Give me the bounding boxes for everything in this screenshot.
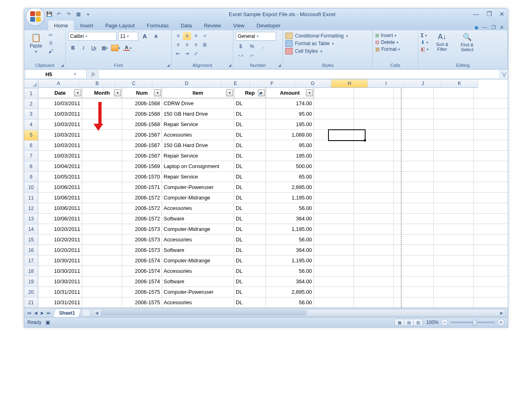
cell[interactable]: Computer-Poweruser: [162, 182, 234, 193]
alignment-launcher-icon[interactable]: ◢: [229, 63, 231, 67]
column-header-K[interactable]: K: [441, 79, 478, 88]
cell[interactable]: 10/05/2011: [38, 172, 82, 182]
doc-minimize-button[interactable]: —: [482, 25, 487, 30]
hscroll-left-icon[interactable]: ◀: [94, 309, 100, 316]
row-header[interactable]: 4: [24, 120, 38, 130]
cell[interactable]: [314, 266, 354, 276]
column-header-E[interactable]: E: [221, 79, 250, 88]
cell[interactable]: DL: [234, 276, 266, 287]
name-box-dropdown-icon[interactable]: ▾: [72, 72, 79, 76]
cell[interactable]: [434, 109, 474, 119]
cell[interactable]: [314, 235, 354, 245]
row-header[interactable]: 3: [24, 109, 38, 120]
currency-button[interactable]: $: [236, 42, 245, 50]
cell[interactable]: [314, 172, 354, 182]
cell[interactable]: [82, 193, 122, 203]
format-painter-icon[interactable]: 🖌: [48, 48, 54, 54]
column-header-J[interactable]: J: [405, 79, 441, 88]
cell[interactable]: 10/03/2011: [38, 151, 82, 161]
cell[interactable]: [394, 235, 434, 245]
filter-dropdown-icon[interactable]: ▾: [226, 89, 233, 96]
paste-button[interactable]: 📋 Paste ▾: [27, 32, 45, 54]
format-cells-button[interactable]: ▦Format ▾: [375, 46, 416, 52]
horizontal-scrollbar[interactable]: ◀ ▶: [93, 309, 505, 316]
cell[interactable]: 364.00: [266, 276, 314, 287]
cell[interactable]: Accessories: [162, 130, 234, 140]
cell[interactable]: 195.00: [266, 119, 314, 130]
cell[interactable]: 10/20/2011: [38, 235, 82, 245]
cell[interactable]: [434, 266, 474, 276]
autosum-button[interactable]: Σ▾: [421, 33, 428, 38]
tab-review[interactable]: Review: [198, 21, 227, 30]
cell[interactable]: [354, 276, 394, 287]
row-header[interactable]: 10: [24, 183, 38, 193]
cell[interactable]: [394, 266, 434, 276]
filter-dropdown-icon[interactable]: ▾: [258, 89, 265, 96]
cell[interactable]: [434, 235, 474, 245]
cell[interactable]: [474, 203, 508, 214]
tab-developer[interactable]: Developer: [251, 21, 286, 30]
cell[interactable]: [354, 203, 394, 214]
cell[interactable]: [82, 182, 122, 193]
row-header[interactable]: 8: [24, 162, 38, 172]
zoom-slider[interactable]: [451, 322, 495, 323]
indent-inc-button[interactable]: ⇥: [183, 50, 191, 58]
filter-dropdown-icon[interactable]: ▾: [114, 89, 121, 96]
cell[interactable]: [314, 182, 354, 193]
cell[interactable]: 10/30/2011: [38, 276, 82, 287]
grow-font-button[interactable]: A: [140, 32, 150, 40]
qat-undo-icon[interactable]: ↶: [55, 10, 63, 18]
column-header-A[interactable]: A: [38, 79, 79, 88]
cell[interactable]: 1,195.00: [266, 193, 314, 203]
cell[interactable]: [474, 119, 508, 130]
decrease-decimal-button[interactable]: ·⁰⁻: [247, 52, 257, 60]
filter-dropdown-icon[interactable]: ▾: [306, 89, 313, 96]
tab-next-icon[interactable]: ▶: [39, 311, 45, 315]
cell[interactable]: 10/20/2011: [38, 224, 82, 235]
cell[interactable]: [82, 161, 122, 172]
cell[interactable]: [82, 140, 122, 151]
underline-button[interactable]: U▾: [89, 44, 99, 52]
row-header[interactable]: 11: [24, 193, 38, 203]
cell[interactable]: Accessories: [162, 235, 234, 245]
cell[interactable]: [314, 140, 354, 151]
copy-icon[interactable]: ⎘: [48, 40, 54, 46]
cell[interactable]: [394, 193, 434, 203]
hscroll-right-icon[interactable]: ▶: [499, 309, 505, 316]
cell[interactable]: 95.00: [266, 109, 314, 119]
cell[interactable]: 2006-1567: [122, 140, 162, 151]
cell[interactable]: Software: [162, 214, 234, 224]
cell[interactable]: [394, 172, 434, 182]
cell[interactable]: DL: [234, 182, 266, 193]
find-select-button[interactable]: 🔍 Find & Select: [456, 32, 478, 53]
cell[interactable]: 2006-1568: [122, 119, 162, 130]
cell[interactable]: Accessories: [162, 297, 234, 308]
row-header[interactable]: 15: [24, 235, 38, 245]
align-middle-button[interactable]: ≡: [183, 32, 191, 40]
zoom-out-button[interactable]: −: [441, 319, 448, 326]
cell[interactable]: [82, 276, 122, 287]
cell[interactable]: [314, 130, 354, 140]
cell[interactable]: [434, 88, 474, 98]
row-header[interactable]: 1: [24, 88, 38, 99]
wrap-text-button[interactable]: ⤶: [201, 32, 209, 40]
cell[interactable]: 10/03/2011: [38, 98, 82, 109]
cell[interactable]: [354, 109, 394, 119]
column-header-D[interactable]: D: [152, 79, 221, 88]
doc-restore-button[interactable]: ❐: [491, 25, 496, 30]
qat-customize-icon[interactable]: ▾: [84, 10, 92, 18]
cell[interactable]: [394, 161, 434, 172]
tab-last-icon[interactable]: ⏭: [46, 311, 52, 315]
cell[interactable]: 2006-1568: [122, 98, 162, 109]
cell[interactable]: DL: [234, 130, 266, 140]
cell[interactable]: 2006-1570: [122, 172, 162, 182]
cell[interactable]: [394, 130, 434, 140]
cell[interactable]: [474, 276, 508, 287]
cell[interactable]: [474, 266, 508, 276]
cell[interactable]: [394, 151, 434, 161]
row-header[interactable]: 5: [24, 130, 38, 141]
insert-cells-button[interactable]: ⊞Insert ▾: [375, 33, 416, 38]
cell[interactable]: [314, 119, 354, 130]
cell[interactable]: 2006-1569: [122, 161, 162, 172]
cell[interactable]: [434, 255, 474, 266]
